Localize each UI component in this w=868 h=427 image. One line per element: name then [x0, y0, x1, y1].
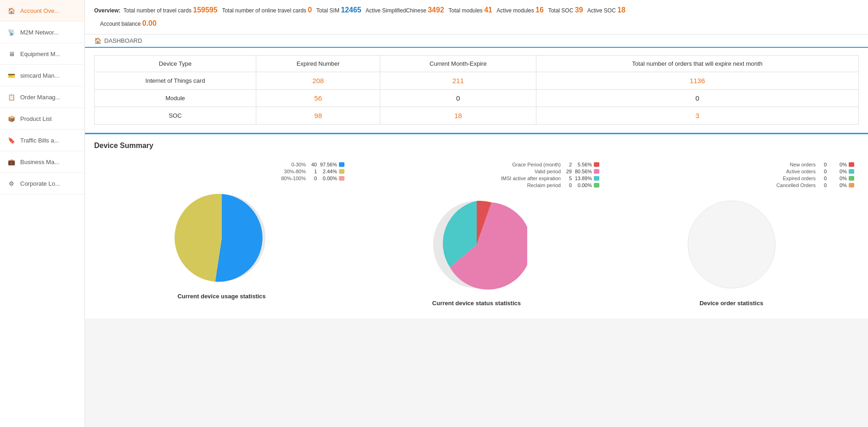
legend-dot-30-80: [339, 169, 344, 174]
sidebar-item-equipment-mgmt[interactable]: 🖥 Equipment M...: [0, 43, 85, 65]
sidebar-icon-m2m-network: 📡: [7, 28, 16, 36]
legend-dot-80-100: [339, 176, 344, 181]
col-device-type: Device Type: [95, 55, 256, 72]
sidebar-icon-account-overview: 🏠: [7, 6, 16, 15]
col-current-month: Current Month-Expire: [380, 55, 536, 72]
sidebar-item-account-overview[interactable]: 🏠 Account Ove...: [0, 0, 85, 22]
cell-current-month: 0: [380, 89, 536, 107]
cell-current-month: 18: [380, 107, 536, 124]
travel-cards-value: 159595: [193, 6, 217, 14]
total-sim-value: 12465: [341, 6, 361, 14]
account-balance-value: 0.00: [142, 19, 157, 27]
cell-next-month: 1136: [536, 72, 858, 89]
legend-dot-cancelled-orders: [849, 183, 854, 188]
active-chinese-value: 3492: [428, 6, 444, 14]
device-summary: Device Summary 0-30% 40 97.56% 30%-80%: [85, 134, 868, 319]
active-modules-value: 16: [535, 6, 544, 14]
pie-usage: [171, 187, 272, 288]
overview-bar: Overview: Total number of travel cards 1…: [85, 0, 868, 34]
chart-status-legend: Grace Period (month) 2 5.56% Valid perio…: [354, 162, 599, 189]
table-row: SOC 98 18 3: [95, 107, 859, 124]
chart-usage-label: Current device usage statistics: [177, 293, 265, 300]
sidebar-item-order-mgmt[interactable]: 📋 Order Manag...: [0, 86, 85, 108]
sidebar-item-business-mgmt[interactable]: 💼 Business Ma...: [0, 151, 85, 173]
sidebar-icon-equipment-mgmt: 🖥: [7, 50, 16, 58]
account-balance-label: Account balance: [100, 21, 141, 27]
sidebar-label-equipment-mgmt: Equipment M...: [20, 51, 60, 57]
home-icon: 🏠: [94, 37, 101, 44]
chart-status: Grace Period (month) 2 5.56% Valid perio…: [349, 157, 604, 311]
sidebar: 🏠 Account Ove... 📡 M2M Networ... 🖥 Equip…: [0, 0, 85, 427]
cell-next-month: 0: [536, 89, 858, 107]
cell-next-month: 3: [536, 107, 858, 124]
sidebar-icon-business-mgmt: 💼: [7, 158, 16, 166]
cell-device-type: Internet of Things card: [95, 72, 256, 89]
sidebar-label-corporate-log: Corporate Lo...: [20, 180, 60, 187]
expiry-table-section: Device Type Expired Number Current Month…: [85, 48, 868, 132]
sidebar-label-business-mgmt: Business Ma...: [20, 159, 59, 165]
table-row: Internet of Things card 208 211 1136: [95, 72, 859, 89]
cell-expired: 98: [256, 107, 380, 124]
total-soc-value: 39: [575, 6, 583, 14]
sidebar-item-product-list[interactable]: 📦 Product List: [0, 108, 85, 130]
sidebar-icon-order-mgmt: 📋: [7, 93, 16, 101]
chart-orders: New orders 0 0% Active orders 0 0%: [604, 157, 859, 311]
chart-usage: 0-30% 40 97.56% 30%-80% 1 2.44% 80: [94, 157, 349, 311]
legend-dot-reclaim: [594, 183, 599, 188]
col-next-month: Total number of orders that will expire …: [536, 55, 858, 72]
legend-dot-grace: [594, 162, 599, 167]
overview-label: Overview:: [94, 7, 120, 14]
charts-row: 0-30% 40 97.56% 30%-80% 1 2.44% 80: [94, 157, 859, 311]
content-area: Device Type Expired Number Current Month…: [85, 48, 868, 319]
sidebar-item-corporate-log[interactable]: ⚙ Corporate Lo...: [0, 173, 85, 194]
expiry-table: Device Type Expired Number Current Month…: [94, 55, 859, 125]
sidebar-item-traffic-bills[interactable]: 🔖 Traffic Bills a...: [0, 130, 85, 151]
sidebar-label-simcard-mgmt: simcard Man...: [20, 72, 59, 79]
sidebar-icon-simcard-mgmt: 💳: [7, 71, 16, 80]
legend-dot-0-30: [339, 162, 344, 167]
chart-orders-label: Device order statistics: [699, 300, 763, 307]
breadcrumb: 🏠 DASHBOARD: [85, 34, 868, 48]
legend-dot-new-orders: [849, 162, 854, 167]
cell-device-type: Module: [95, 89, 256, 107]
chart-usage-legend: 0-30% 40 97.56% 30%-80% 1 2.44% 80: [99, 162, 344, 182]
cell-device-type: SOC: [95, 107, 256, 124]
col-expired-number: Expired Number: [256, 55, 380, 72]
chart-status-label: Current device status statistics: [432, 300, 521, 307]
sidebar-icon-traffic-bills: 🔖: [7, 136, 16, 144]
active-soc-value: 18: [617, 6, 626, 14]
sidebar-icon-product-list: 📦: [7, 114, 16, 123]
device-summary-title: Device Summary: [94, 142, 859, 150]
pie-orders: [681, 194, 782, 295]
cell-expired: 208: [256, 72, 380, 89]
sidebar-label-order-mgmt: Order Manag...: [20, 94, 60, 101]
online-cards-value: 0: [308, 6, 312, 14]
cell-current-month: 211: [380, 72, 536, 89]
total-modules-value: 41: [484, 6, 492, 14]
svg-point-4: [688, 201, 775, 288]
sidebar-label-product-list: Product List: [20, 115, 52, 122]
pie-status: [426, 194, 527, 295]
cell-expired: 56: [256, 89, 380, 107]
chart-orders-legend: New orders 0 0% Active orders 0 0%: [609, 162, 854, 189]
sidebar-item-m2m-network[interactable]: 📡 M2M Networ...: [0, 22, 85, 43]
sidebar-icon-corporate-log: ⚙: [7, 179, 16, 188]
legend-dot-active-orders: [849, 169, 854, 174]
main-content: Overview: Total number of travel cards 1…: [85, 0, 868, 427]
sidebar-label-traffic-bills: Traffic Bills a...: [20, 137, 59, 144]
sidebar-label-m2m-network: M2M Networ...: [20, 29, 59, 36]
legend-dot-imsi: [594, 176, 599, 181]
legend-dot-valid: [594, 169, 599, 174]
legend-dot-expired-orders: [849, 176, 854, 181]
breadcrumb-text: DASHBOARD: [104, 37, 142, 44]
table-row: Module 56 0 0: [95, 89, 859, 107]
sidebar-label-account-overview: Account Ove...: [20, 7, 59, 14]
sidebar-item-simcard-mgmt[interactable]: 💳 simcard Man...: [0, 65, 85, 86]
